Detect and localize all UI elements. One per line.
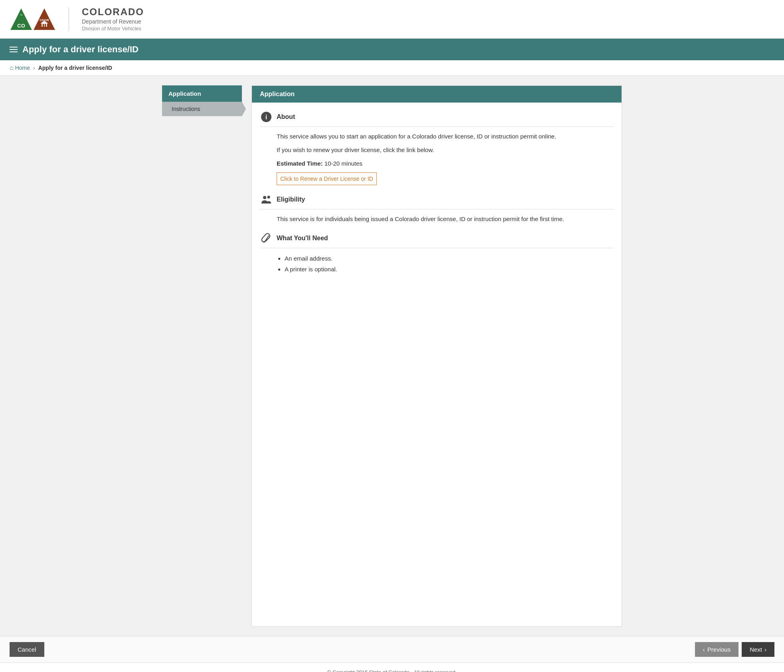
estimated-time: Estimated Time: 10-20 minutes [277,159,614,168]
renew-link[interactable]: Click to Renew a Driver License or ID [277,172,377,185]
page-title-bar: Apply for a driver license/ID [0,39,784,60]
logo-svg-group: CO ™ CDOR [10,8,56,31]
division-name: Division of Motor Vehicles [82,26,144,32]
sidebar-application-label: Application [168,90,201,97]
next-button[interactable]: Next › [742,642,774,657]
what-you-need-title-row: What You'll Need [260,232,614,248]
about-title: About [277,113,295,121]
logo-text: COLORADO Department of Revenue Division … [82,6,144,32]
logo-area: CO ™ CDOR COLORADO Department of Revenue… [10,6,144,32]
breadcrumb: ⌂ Home › Apply for a driver license/ID [0,60,784,76]
cdor-logo-icon: CDOR [33,8,56,31]
about-content: This service allows you to start an appl… [260,132,614,185]
hamburger-menu-icon[interactable] [10,47,18,52]
estimated-time-label: Estimated Time: [277,160,323,167]
list-item: A printer is optional. [285,264,614,275]
previous-button[interactable]: ‹ Previous [695,642,738,657]
what-you-need-section: What You'll Need An email address. A pri… [260,232,614,275]
cancel-button[interactable]: Cancel [10,642,44,657]
about-title-row: i About [260,111,614,127]
content-body: i About This service allows you to start… [252,103,622,291]
list-item: An email address. [285,253,614,264]
page-title: Apply for a driver license/ID [22,44,139,55]
svg-point-12 [267,196,270,199]
previous-label: Previous [707,646,731,653]
sidebar-item-instructions[interactable]: Instructions [162,102,242,116]
breadcrumb-home-label: Home [15,65,30,71]
eligibility-title-row: Eligibility [260,193,614,210]
people-icon [260,193,273,206]
what-you-need-content: An email address. A printer is optional. [260,253,614,275]
breadcrumb-current: Apply for a driver license/ID [38,65,112,71]
breadcrumb-home-link[interactable]: ⌂ Home [10,64,30,71]
prev-chevron-icon: ‹ [703,646,705,653]
info-circle-icon: i [260,111,273,123]
eligibility-text: This service is for individuals being is… [277,214,614,224]
bottom-bar: Cancel ‹ Previous Next › [0,636,784,662]
next-chevron-icon: › [764,646,766,653]
sidebar: Application Instructions [162,85,242,627]
about-para-2: If you wish to renew your driver license… [277,145,614,155]
svg-text:™: ™ [20,14,23,17]
what-you-need-title: What You'll Need [277,235,328,242]
page-header: CO ™ CDOR COLORADO Department of Revenue… [0,0,784,39]
svg-rect-6 [43,24,44,27]
dept-name: Department of Revenue [82,18,144,25]
svg-point-11 [263,196,266,199]
eligibility-title: Eligibility [277,196,305,203]
paperclip-icon [260,232,273,245]
co-logo-icon: CO ™ [10,8,33,31]
content-panel: Application i About This service allows … [251,85,622,627]
estimated-time-value: 10-20 minutes [325,160,362,167]
org-name: COLORADO [82,6,144,18]
eligibility-content: This service is for individuals being is… [260,214,614,224]
nav-buttons: ‹ Previous Next › [695,642,774,657]
main-container: Application Instructions Application i [152,76,632,636]
page-footer: © Copyright 2016 State of Colorado - All… [0,662,784,672]
svg-rect-7 [45,24,46,27]
what-you-need-list: An email address. A printer is optional. [277,253,614,275]
sidebar-instructions-label: Instructions [172,106,200,112]
content-panel-header: Application [252,86,622,103]
about-section: i About This service allows you to start… [260,111,614,185]
logo-divider [69,7,69,31]
breadcrumb-separator: › [33,65,35,71]
svg-text:CO: CO [17,23,25,29]
next-label: Next [750,646,762,653]
copyright-text: © Copyright 2016 State of Colorado - All… [6,669,778,672]
eligibility-section: Eligibility This service is for individu… [260,193,614,224]
about-para-1: This service allows you to start an appl… [277,132,614,141]
sidebar-item-application[interactable]: Application [162,85,242,102]
home-icon: ⌂ [10,64,14,71]
content-panel-title: Application [260,91,295,97]
svg-text:i: i [265,114,267,121]
